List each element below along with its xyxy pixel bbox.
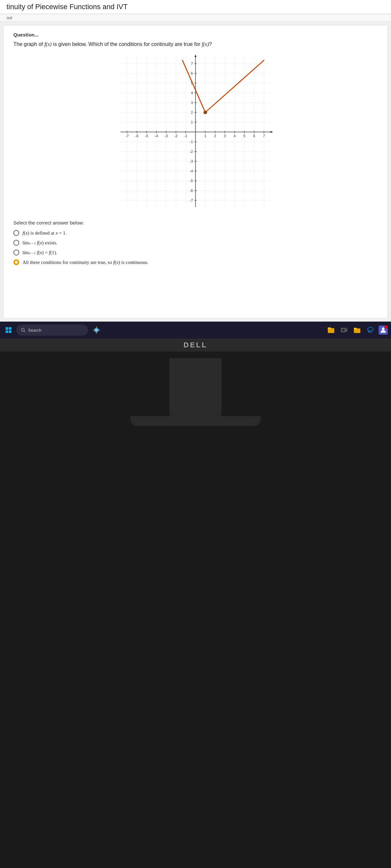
svg-text:-1: -1: [190, 140, 193, 144]
radio-3[interactable]: [13, 250, 19, 255]
svg-text:3: 3: [224, 134, 226, 138]
svg-text:6: 6: [191, 71, 193, 75]
graph-container: -7 -6 -5 -4 -3 -2 -1 1 2 3 4 5 6 7: [13, 54, 378, 210]
svg-point-108: [343, 330, 344, 331]
svg-text:7: 7: [191, 62, 193, 65]
svg-text:2: 2: [214, 134, 216, 138]
answer-choice-3[interactable]: lim x→1 f(x) = f(1).: [13, 250, 378, 255]
svg-point-98: [95, 329, 98, 331]
monitor-screen: tinuity of Piecewise Functions and IVT o…: [0, 0, 391, 339]
page-title: tinuity of Piecewise Functions and IVT: [6, 3, 128, 11]
svg-text:3: 3: [191, 101, 193, 104]
taskbar-search-bar[interactable]: Search: [16, 324, 88, 336]
svg-text:-7: -7: [190, 198, 193, 202]
choice-1-text: f(x) is defined at x = 1.: [23, 230, 67, 236]
svg-point-95: [22, 329, 24, 331]
answer-choice-4[interactable]: All three conditions for continuity are …: [13, 259, 378, 265]
svg-text:1: 1: [191, 120, 193, 124]
dell-logo: DELL: [183, 341, 207, 349]
folder-icon[interactable]: [352, 325, 362, 335]
svg-text:-2: -2: [174, 134, 178, 138]
stand-neck: [170, 358, 221, 417]
svg-rect-110: [354, 328, 357, 330]
windows-logo-icon: [5, 327, 11, 333]
file-explorer-icon[interactable]: [326, 325, 336, 335]
function-graph: -7 -6 -5 -4 -3 -2 -1 1 2 3 4 5 6 7: [117, 54, 274, 210]
camera-icon[interactable]: [339, 325, 349, 335]
choice-3-text: lim x→1 f(x) = f(1).: [23, 250, 57, 255]
teams-icon[interactable]: [378, 325, 388, 335]
svg-text:5: 5: [243, 134, 245, 138]
svg-text:6: 6: [253, 134, 255, 138]
answer-section: Select the correct answer below: f(x) is…: [13, 220, 378, 265]
weather-icon[interactable]: [91, 325, 102, 335]
svg-text:-4: -4: [155, 134, 158, 138]
svg-text:-3: -3: [164, 134, 168, 138]
search-label: Search: [28, 328, 41, 333]
radio-2[interactable]: [13, 240, 19, 246]
teams-notification-badge: [385, 326, 388, 329]
monitor-stand: [0, 351, 391, 868]
edge-browser-icon[interactable]: [365, 325, 375, 335]
monitor-bezel: DELL: [0, 339, 391, 351]
svg-text:1: 1: [204, 134, 206, 138]
tool-label: ool: [6, 15, 12, 20]
svg-text:-2: -2: [190, 150, 193, 153]
svg-text:-5: -5: [190, 179, 193, 183]
answer-prompt: Select the correct answer below:: [13, 220, 378, 225]
svg-text:-6: -6: [135, 134, 139, 138]
taskbar: Search: [0, 321, 391, 339]
windows-start-button[interactable]: [3, 324, 14, 336]
content-area: Question... The graph of f(x) is given b…: [3, 25, 388, 318]
answer-choice-1[interactable]: f(x) is defined at x = 1.: [13, 230, 378, 236]
radio-1[interactable]: [13, 230, 19, 236]
taskbar-right-icons: [326, 325, 388, 335]
svg-rect-104: [328, 328, 331, 329]
svg-marker-106: [346, 328, 347, 332]
svg-text:7: 7: [263, 134, 265, 138]
choice-2-text: lim x→1 f(x) exists.: [23, 240, 57, 246]
svg-text:4: 4: [191, 91, 193, 95]
answer-choice-2[interactable]: lim x→1 f(x) exists.: [13, 240, 378, 246]
svg-text:-5: -5: [145, 134, 148, 138]
svg-text:-1: -1: [184, 134, 187, 138]
svg-text:-7: -7: [125, 134, 129, 138]
radio-4-selected[interactable]: [13, 259, 19, 265]
question-label: Question...: [13, 32, 378, 37]
top-bar: tinuity of Piecewise Functions and IVT: [0, 0, 391, 14]
search-icon: [21, 328, 25, 332]
svg-point-94: [204, 111, 207, 114]
stand-base: [130, 416, 261, 426]
svg-point-112: [382, 328, 385, 330]
svg-line-96: [24, 331, 25, 332]
svg-text:-3: -3: [190, 159, 193, 163]
svg-text:-6: -6: [190, 189, 193, 192]
choice-4-text: All three conditions for continuity are …: [23, 260, 149, 265]
svg-text:4: 4: [234, 134, 236, 138]
question-text: The graph of f(x) is given below. Which …: [13, 41, 378, 47]
svg-text:2: 2: [191, 111, 193, 114]
tool-bar: ool: [0, 14, 391, 22]
svg-text:-4: -4: [190, 169, 193, 173]
